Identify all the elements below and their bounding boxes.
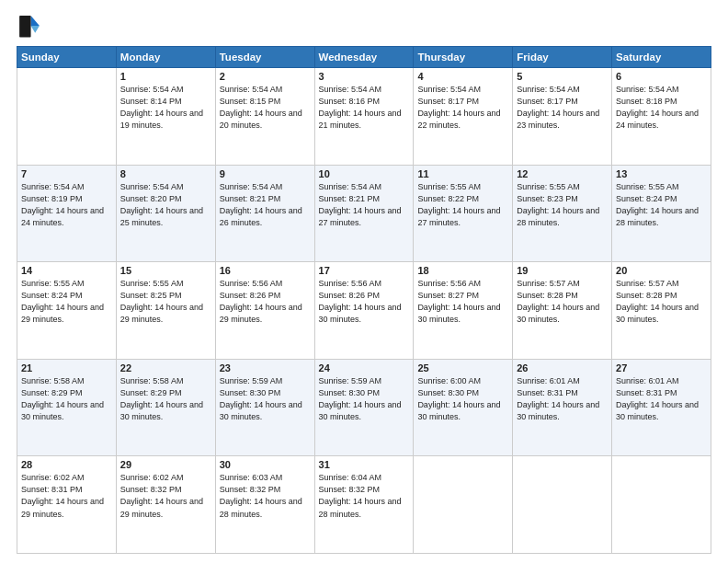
day-number: 10 bbox=[319, 168, 410, 179]
day-info: Sunrise: 5:54 AM Sunset: 8:17 PM Dayligh… bbox=[417, 84, 508, 132]
calendar-cell: 14Sunrise: 5:55 AM Sunset: 8:24 PM Dayli… bbox=[17, 262, 117, 360]
calendar-week-row: 28Sunrise: 6:02 AM Sunset: 8:31 PM Dayli… bbox=[17, 456, 711, 554]
day-number: 28 bbox=[21, 459, 112, 470]
day-number: 12 bbox=[517, 168, 608, 179]
calendar-cell: 4Sunrise: 5:54 AM Sunset: 8:17 PM Daylig… bbox=[414, 68, 513, 166]
calendar-cell: 6Sunrise: 5:54 AM Sunset: 8:18 PM Daylig… bbox=[612, 68, 711, 166]
day-number: 6 bbox=[616, 71, 707, 82]
day-number: 31 bbox=[319, 459, 410, 470]
day-info: Sunrise: 5:57 AM Sunset: 8:28 PM Dayligh… bbox=[616, 278, 707, 326]
day-info: Sunrise: 5:58 AM Sunset: 8:29 PM Dayligh… bbox=[120, 375, 211, 423]
weekday-header-tuesday: Tuesday bbox=[215, 47, 314, 68]
day-number: 4 bbox=[417, 71, 508, 82]
day-number: 14 bbox=[21, 265, 112, 276]
calendar-cell: 8Sunrise: 5:54 AM Sunset: 8:20 PM Daylig… bbox=[116, 165, 215, 262]
day-info: Sunrise: 5:54 AM Sunset: 8:18 PM Dayligh… bbox=[616, 84, 707, 132]
day-info: Sunrise: 5:54 AM Sunset: 8:21 PM Dayligh… bbox=[319, 181, 410, 229]
calendar-cell: 12Sunrise: 5:55 AM Sunset: 8:23 PM Dayli… bbox=[513, 165, 612, 262]
calendar-cell: 11Sunrise: 5:55 AM Sunset: 8:22 PM Dayli… bbox=[414, 165, 513, 262]
page: SundayMondayTuesdayWednesdayThursdayFrid… bbox=[0, 0, 728, 563]
calendar-cell: 18Sunrise: 5:56 AM Sunset: 8:27 PM Dayli… bbox=[414, 262, 513, 360]
calendar-cell: 9Sunrise: 5:54 AM Sunset: 8:21 PM Daylig… bbox=[215, 165, 314, 262]
day-info: Sunrise: 6:00 AM Sunset: 8:30 PM Dayligh… bbox=[417, 375, 508, 423]
day-info: Sunrise: 5:54 AM Sunset: 8:21 PM Dayligh… bbox=[220, 181, 311, 229]
calendar-cell: 25Sunrise: 6:00 AM Sunset: 8:30 PM Dayli… bbox=[414, 359, 513, 456]
calendar-cell: 30Sunrise: 6:03 AM Sunset: 8:32 PM Dayli… bbox=[215, 456, 314, 554]
calendar-table: SundayMondayTuesdayWednesdayThursdayFrid… bbox=[17, 46, 711, 554]
day-number: 26 bbox=[517, 362, 608, 373]
day-info: Sunrise: 5:54 AM Sunset: 8:14 PM Dayligh… bbox=[120, 84, 211, 132]
calendar-cell: 31Sunrise: 6:04 AM Sunset: 8:32 PM Dayli… bbox=[314, 456, 414, 554]
day-number: 17 bbox=[319, 265, 410, 276]
day-number: 2 bbox=[220, 71, 311, 82]
svg-marker-0 bbox=[31, 16, 40, 26]
logo bbox=[17, 13, 46, 39]
calendar-week-row: 14Sunrise: 5:55 AM Sunset: 8:24 PM Dayli… bbox=[17, 262, 711, 360]
svg-marker-1 bbox=[31, 26, 40, 33]
day-number: 13 bbox=[616, 168, 707, 179]
day-info: Sunrise: 5:55 AM Sunset: 8:25 PM Dayligh… bbox=[120, 278, 211, 326]
calendar-cell: 21Sunrise: 5:58 AM Sunset: 8:29 PM Dayli… bbox=[17, 359, 117, 456]
day-number: 24 bbox=[319, 362, 410, 373]
day-number: 15 bbox=[120, 265, 211, 276]
day-info: Sunrise: 5:54 AM Sunset: 8:20 PM Dayligh… bbox=[120, 181, 211, 229]
day-info: Sunrise: 5:59 AM Sunset: 8:30 PM Dayligh… bbox=[319, 375, 410, 423]
calendar-cell bbox=[513, 456, 612, 554]
day-number: 16 bbox=[220, 265, 311, 276]
weekday-header-sunday: Sunday bbox=[17, 47, 117, 68]
calendar-cell: 5Sunrise: 5:54 AM Sunset: 8:17 PM Daylig… bbox=[513, 68, 612, 166]
day-info: Sunrise: 6:04 AM Sunset: 8:32 PM Dayligh… bbox=[319, 472, 410, 520]
day-info: Sunrise: 5:56 AM Sunset: 8:26 PM Dayligh… bbox=[319, 278, 410, 326]
day-info: Sunrise: 6:01 AM Sunset: 8:31 PM Dayligh… bbox=[517, 375, 608, 423]
day-info: Sunrise: 5:54 AM Sunset: 8:16 PM Dayligh… bbox=[319, 84, 410, 132]
day-number: 8 bbox=[120, 168, 211, 179]
calendar-cell: 19Sunrise: 5:57 AM Sunset: 8:28 PM Dayli… bbox=[513, 262, 612, 360]
calendar-cell bbox=[612, 456, 711, 554]
weekday-header-saturday: Saturday bbox=[612, 47, 711, 68]
calendar-cell: 2Sunrise: 5:54 AM Sunset: 8:15 PM Daylig… bbox=[215, 68, 314, 166]
day-number: 3 bbox=[319, 71, 410, 82]
day-number: 7 bbox=[21, 168, 112, 179]
day-info: Sunrise: 5:55 AM Sunset: 8:24 PM Dayligh… bbox=[21, 278, 112, 326]
day-number: 23 bbox=[220, 362, 311, 373]
day-info: Sunrise: 5:58 AM Sunset: 8:29 PM Dayligh… bbox=[21, 375, 112, 423]
day-info: Sunrise: 5:55 AM Sunset: 8:24 PM Dayligh… bbox=[616, 181, 707, 229]
calendar-cell: 27Sunrise: 6:01 AM Sunset: 8:31 PM Dayli… bbox=[612, 359, 711, 456]
day-info: Sunrise: 5:56 AM Sunset: 8:26 PM Dayligh… bbox=[220, 278, 311, 326]
weekday-header-friday: Friday bbox=[513, 47, 612, 68]
calendar-cell: 24Sunrise: 5:59 AM Sunset: 8:30 PM Dayli… bbox=[314, 359, 414, 456]
calendar-cell bbox=[414, 456, 513, 554]
calendar-cell: 1Sunrise: 5:54 AM Sunset: 8:14 PM Daylig… bbox=[116, 68, 215, 166]
day-number: 18 bbox=[417, 265, 508, 276]
day-number: 9 bbox=[220, 168, 311, 179]
weekday-header-wednesday: Wednesday bbox=[314, 47, 414, 68]
calendar-cell: 10Sunrise: 5:54 AM Sunset: 8:21 PM Dayli… bbox=[314, 165, 414, 262]
logo-icon bbox=[17, 13, 42, 39]
calendar-week-row: 7Sunrise: 5:54 AM Sunset: 8:19 PM Daylig… bbox=[17, 165, 711, 262]
calendar-cell: 26Sunrise: 6:01 AM Sunset: 8:31 PM Dayli… bbox=[513, 359, 612, 456]
day-number: 30 bbox=[220, 459, 311, 470]
day-number: 11 bbox=[417, 168, 508, 179]
weekday-header-thursday: Thursday bbox=[414, 47, 513, 68]
calendar-cell: 15Sunrise: 5:55 AM Sunset: 8:25 PM Dayli… bbox=[116, 262, 215, 360]
day-info: Sunrise: 5:59 AM Sunset: 8:30 PM Dayligh… bbox=[220, 375, 311, 423]
calendar-week-row: 21Sunrise: 5:58 AM Sunset: 8:29 PM Dayli… bbox=[17, 359, 711, 456]
day-number: 21 bbox=[21, 362, 112, 373]
day-number: 22 bbox=[120, 362, 211, 373]
calendar-cell bbox=[17, 68, 117, 166]
day-number: 27 bbox=[616, 362, 707, 373]
day-number: 19 bbox=[517, 265, 608, 276]
day-number: 1 bbox=[120, 71, 211, 82]
day-info: Sunrise: 6:01 AM Sunset: 8:31 PM Dayligh… bbox=[616, 375, 707, 423]
day-info: Sunrise: 6:02 AM Sunset: 8:32 PM Dayligh… bbox=[120, 472, 211, 520]
weekday-header-monday: Monday bbox=[116, 47, 215, 68]
day-info: Sunrise: 5:57 AM Sunset: 8:28 PM Dayligh… bbox=[517, 278, 608, 326]
calendar-cell: 20Sunrise: 5:57 AM Sunset: 8:28 PM Dayli… bbox=[612, 262, 711, 360]
svg-rect-2 bbox=[19, 16, 30, 37]
day-info: Sunrise: 6:02 AM Sunset: 8:31 PM Dayligh… bbox=[21, 472, 112, 520]
calendar-cell: 28Sunrise: 6:02 AM Sunset: 8:31 PM Dayli… bbox=[17, 456, 117, 554]
calendar-cell: 3Sunrise: 5:54 AM Sunset: 8:16 PM Daylig… bbox=[314, 68, 414, 166]
calendar-cell: 23Sunrise: 5:59 AM Sunset: 8:30 PM Dayli… bbox=[215, 359, 314, 456]
calendar-cell: 16Sunrise: 5:56 AM Sunset: 8:26 PM Dayli… bbox=[215, 262, 314, 360]
calendar-cell: 17Sunrise: 5:56 AM Sunset: 8:26 PM Dayli… bbox=[314, 262, 414, 360]
